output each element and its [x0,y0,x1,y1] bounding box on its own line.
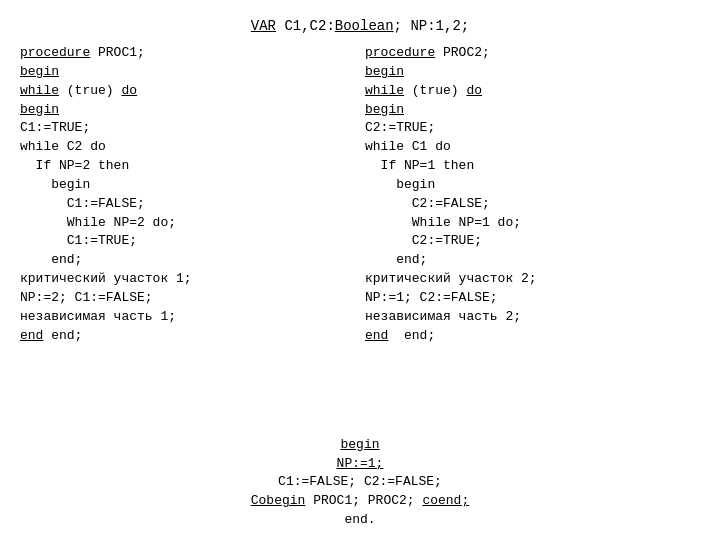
code-line: C2:=FALSE; [365,195,700,214]
right-code-column: procedure PROC2;beginwhile (true) dobegi… [365,44,700,432]
do-keyword: do [466,83,482,98]
code-line: независимая часть 2; [365,308,700,327]
keyword-span: end [365,328,388,343]
code-line: begin [20,101,355,120]
code-line: NP:=1; C2:=FALSE; [365,289,700,308]
keyword-span: begin [365,64,404,79]
code-line: NP:=2; C1:=FALSE; [20,289,355,308]
keyword-span: end [20,328,43,343]
code-line: begin [365,63,700,82]
keyword-span: begin [365,102,404,117]
code-line: while (true) do [20,82,355,101]
center-code: beginNP:=1;C1:=FALSE; C2:=FALSE;Cobegin … [20,436,700,530]
code-line: C1:=TRUE; [20,232,355,251]
code-line: While NP=1 do; [365,214,700,233]
code-line: begin [20,63,355,82]
code-line: while C2 do [20,138,355,157]
boolean-keyword: Boolean [335,18,394,34]
code-line: while (true) do [365,82,700,101]
code-line: end end; [20,327,355,346]
code-line: критический участок 1; [20,270,355,289]
code-line: C1:=TRUE; [20,119,355,138]
keyword-span: procedure [365,45,435,60]
var-line: VAR C1,C2:Boolean; NP:1,2; [20,18,700,34]
center-code-line: NP:=1; [20,455,700,474]
code-line: begin [20,176,355,195]
code-line: If NP=2 then [20,157,355,176]
do-keyword: do [121,83,137,98]
code-line: While NP=2 do; [20,214,355,233]
code-line: procedure PROC2; [365,44,700,63]
code-line: end; [365,251,700,270]
while-keyword: while [365,83,404,98]
keyword-span: begin [20,102,59,117]
center-code-line: begin [20,436,700,455]
code-line: C1:=FALSE; [20,195,355,214]
page: VAR C1,C2:Boolean; NP:1,2; procedure PRO… [0,0,720,540]
code-section: procedure PROC1;beginwhile (true) dobegi… [20,44,700,432]
code-line: procedure PROC1; [20,44,355,63]
center-code-line: C1:=FALSE; C2:=FALSE; [20,473,700,492]
code-line: C2:=TRUE; [365,232,700,251]
code-line: while C1 do [365,138,700,157]
center-code-line: end. [20,511,700,530]
var-rest2: ; NP:1,2; [394,18,470,34]
code-line: begin [365,101,700,120]
keyword-span: procedure [20,45,90,60]
var-rest: C1,C2: [276,18,335,34]
code-line: end; [20,251,355,270]
code-line: If NP=1 then [365,157,700,176]
left-code-column: procedure PROC1;beginwhile (true) dobegi… [20,44,355,432]
while-keyword: while [20,83,59,98]
code-line: критический участок 2; [365,270,700,289]
code-line: begin [365,176,700,195]
center-code-line: Cobegin PROC1; PROC2; coend; [20,492,700,511]
code-line: C2:=TRUE; [365,119,700,138]
code-line: end end; [365,327,700,346]
code-line: независимая часть 1; [20,308,355,327]
keyword-span: begin [20,64,59,79]
var-keyword: VAR [251,18,276,34]
